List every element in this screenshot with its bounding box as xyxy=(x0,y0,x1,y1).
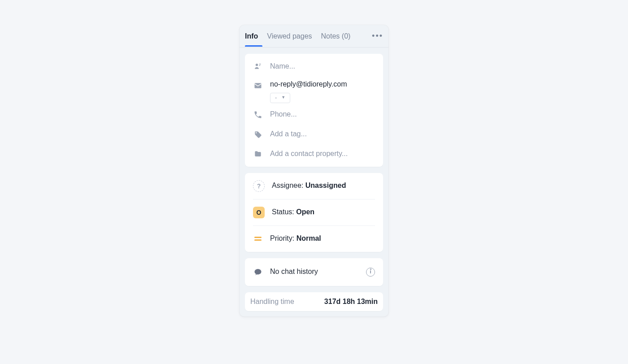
handling-time-card: Handling time 317d 18h 13min xyxy=(245,292,383,311)
ticket-card: ? Assignee: Unassigned O Status: Open Pr… xyxy=(245,173,383,252)
email-icon xyxy=(253,81,263,91)
contact-property-row[interactable]: Add a contact property... xyxy=(250,144,378,164)
svg-rect-1 xyxy=(259,64,261,65)
priority-normal-icon xyxy=(253,234,263,244)
svg-point-4 xyxy=(255,269,262,275)
chevron-down-icon: ▼ xyxy=(281,95,285,100)
folder-icon xyxy=(253,149,263,159)
priority-row[interactable]: Priority: Normal xyxy=(250,226,378,252)
tag-placeholder: Add a tag... xyxy=(270,130,307,139)
handling-time-row: Handling time 317d 18h 13min xyxy=(245,292,383,311)
tab-notes[interactable]: Notes (0) xyxy=(317,26,355,46)
contact-card: Name... no-reply@tidioreply.com - ▼ xyxy=(245,54,383,167)
chat-history-row: No chat history xyxy=(250,261,378,283)
assignee-unassigned-icon: ? xyxy=(253,180,265,192)
status-badge: O xyxy=(253,207,265,218)
assignee-text: Assignee: Unassigned xyxy=(272,181,346,191)
status-text: Status: Open xyxy=(272,208,314,217)
chat-bubble-icon xyxy=(253,267,263,277)
info-icon[interactable] xyxy=(366,268,375,277)
person-icon xyxy=(253,61,263,71)
handling-time-value: 317d 18h 13min xyxy=(324,298,378,306)
assignee-row[interactable]: ? Assignee: Unassigned xyxy=(250,173,378,199)
tabs-more-icon[interactable]: ••• xyxy=(372,25,383,47)
status-row[interactable]: O Status: Open xyxy=(250,199,378,225)
priority-text: Priority: Normal xyxy=(270,234,321,243)
tag-icon xyxy=(253,130,263,139)
handling-time-label: Handling time xyxy=(250,298,294,306)
tab-info[interactable]: Info xyxy=(245,26,262,46)
tabs-bar: Info Viewed pages Notes (0) ••• xyxy=(240,25,388,48)
email-value: no-reply@tidioreply.com xyxy=(270,80,347,89)
phone-icon xyxy=(253,110,263,120)
tag-row[interactable]: Add a tag... xyxy=(250,125,378,144)
svg-point-0 xyxy=(256,64,258,66)
contact-property-placeholder: Add a contact property... xyxy=(270,149,348,159)
name-row[interactable]: Name... xyxy=(250,56,378,76)
phone-row[interactable]: Phone... xyxy=(250,105,378,125)
chat-history-card: No chat history xyxy=(245,258,383,286)
email-type-value: - xyxy=(275,94,277,101)
name-placeholder: Name... xyxy=(270,62,295,71)
email-type-dropdown[interactable]: - ▼ xyxy=(270,93,290,103)
chat-history-text: No chat history xyxy=(270,267,318,277)
contact-info-panel: Info Viewed pages Notes (0) ••• Name... … xyxy=(240,25,388,316)
tab-viewed-pages[interactable]: Viewed pages xyxy=(262,26,316,46)
email-row[interactable]: no-reply@tidioreply.com - ▼ xyxy=(250,76,378,105)
phone-placeholder: Phone... xyxy=(270,110,297,119)
svg-rect-3 xyxy=(255,83,262,88)
svg-rect-2 xyxy=(259,65,261,66)
